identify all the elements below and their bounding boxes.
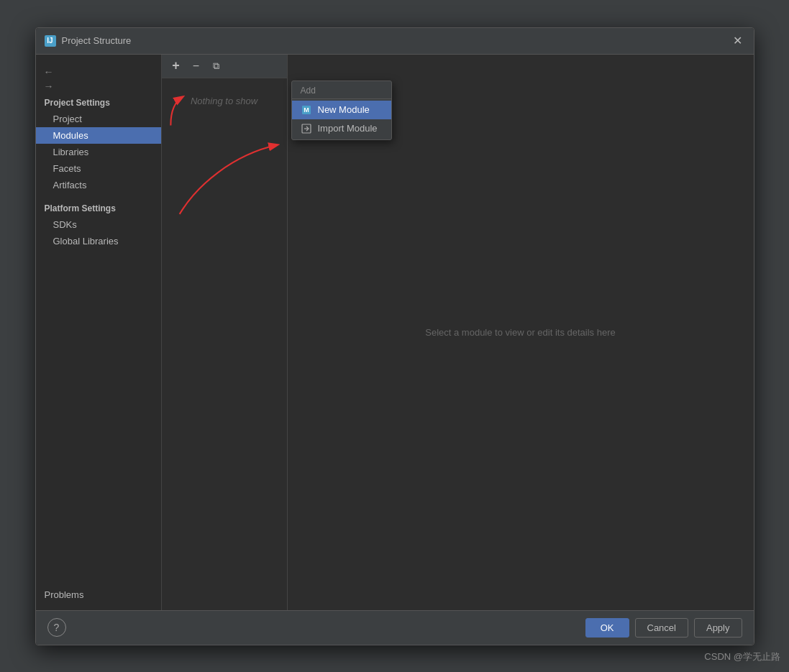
- sidebar-item-modules[interactable]: Modules: [36, 127, 161, 144]
- add-button[interactable]: +: [168, 57, 185, 75]
- dialog-title-left: IJ Project Structure: [45, 35, 132, 47]
- module-list-panel: + − ⧉ Nothing to show: [162, 55, 288, 610]
- project-structure-dialog: IJ Project Structure ✕ ← → Project Setti…: [35, 27, 754, 645]
- dialog-titlebar: IJ Project Structure ✕: [36, 28, 754, 55]
- new-module-item[interactable]: M New Module: [292, 101, 391, 119]
- detail-hint: Select a module to view or edit its deta…: [425, 327, 615, 338]
- watermark: CSDN @学无止路: [704, 650, 780, 663]
- cancel-button[interactable]: Cancel: [635, 618, 688, 638]
- left-toolbar: + − ⧉: [162, 55, 287, 78]
- dialog-title: Project Structure: [62, 35, 132, 46]
- add-dropdown: Add M New Module: [291, 80, 392, 140]
- dialog-footer: ? OK Cancel Apply: [36, 610, 754, 645]
- nothing-to-show-label: Nothing to show: [162, 78, 287, 610]
- remove-button[interactable]: −: [188, 57, 205, 75]
- new-module-icon: M: [301, 104, 312, 116]
- sidebar-item-libraries[interactable]: Libraries: [36, 144, 161, 160]
- sidebar-item-sdks[interactable]: SDKs: [36, 216, 161, 233]
- sidebar-item-facets[interactable]: Facets: [36, 160, 161, 177]
- svg-text:M: M: [304, 106, 309, 114]
- ok-button[interactable]: OK: [585, 618, 629, 638]
- forward-button[interactable]: →: [42, 79, 56, 93]
- import-module-item[interactable]: Import Module: [292, 119, 391, 138]
- dialog-app-icon: IJ: [45, 35, 56, 47]
- sidebar-item-problems[interactable]: Problems: [36, 585, 161, 604]
- dropdown-header: Add: [292, 83, 391, 99]
- sidebar: ← → Project Settings Project Modules Lib…: [36, 55, 162, 610]
- import-module-icon: [301, 123, 312, 134]
- project-settings-label: Project Settings: [36, 93, 161, 111]
- sidebar-item-global-libraries[interactable]: Global Libraries: [36, 233, 161, 249]
- sidebar-item-project[interactable]: Project: [36, 111, 161, 127]
- dropdown-menu: Add M New Module: [291, 80, 392, 140]
- close-button[interactable]: ✕: [731, 34, 745, 48]
- footer-actions: OK Cancel Apply: [585, 618, 742, 638]
- apply-button[interactable]: Apply: [694, 618, 742, 638]
- content-row: + − ⧉ Nothing to show Select a module to…: [162, 55, 754, 610]
- copy-button[interactable]: ⧉: [208, 57, 225, 75]
- dialog-body: ← → Project Settings Project Modules Lib…: [36, 55, 754, 610]
- help-button[interactable]: ?: [47, 618, 66, 637]
- main-panel: + − ⧉ Nothing to show Select a module to…: [162, 55, 754, 610]
- back-button[interactable]: ←: [42, 65, 56, 79]
- sidebar-item-artifacts[interactable]: Artifacts: [36, 177, 161, 193]
- platform-settings-label: Platform Settings: [36, 199, 161, 216]
